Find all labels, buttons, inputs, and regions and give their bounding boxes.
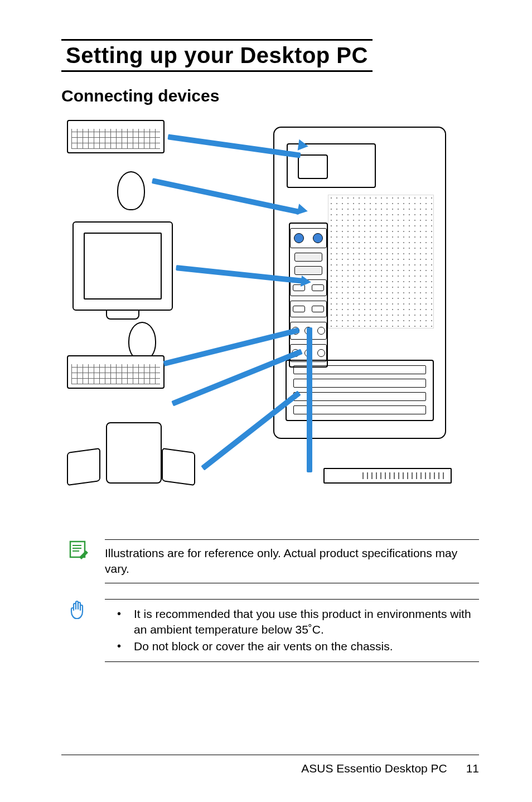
arrow-network — [307, 327, 312, 472]
dvi-port — [294, 266, 322, 275]
mouse-ps2 — [117, 171, 145, 210]
note-text: Illustrations are for reference only. Ac… — [105, 539, 479, 583]
monitor — [72, 221, 173, 311]
caution-text: It is recommended that you use this prod… — [105, 599, 479, 662]
keyboard-ps2 — [67, 120, 165, 153]
note-reference: Illustrations are for reference only. Ac… — [67, 539, 479, 583]
page-title: Setting up your Desktop PC — [61, 39, 373, 72]
note-caution: It is recommended that you use this prod… — [67, 599, 479, 662]
monitor-stand — [106, 310, 139, 320]
keyboard-usb — [67, 355, 165, 389]
hand-icon — [67, 599, 89, 621]
section-heading: Connecting devices — [61, 86, 479, 105]
footer-product: ASUS Essentio Desktop PC — [301, 762, 447, 775]
caution-bullet-1: It is recommended that you use this prod… — [117, 606, 477, 638]
page-footer: ASUS Essentio Desktop PC 11 — [61, 755, 479, 775]
speakers — [67, 417, 195, 489]
network-switch — [323, 468, 452, 484]
vga-port — [294, 253, 322, 262]
vent-grid — [328, 195, 434, 328]
ps2-ports — [290, 228, 327, 248]
connection-diagram — [67, 115, 468, 495]
usb-lan-ports — [290, 301, 327, 317]
caution-bullet-2: Do not block or cover the air vents on t… — [117, 639, 477, 654]
note-icon — [67, 539, 89, 559]
footer-page-number: 11 — [466, 762, 479, 775]
